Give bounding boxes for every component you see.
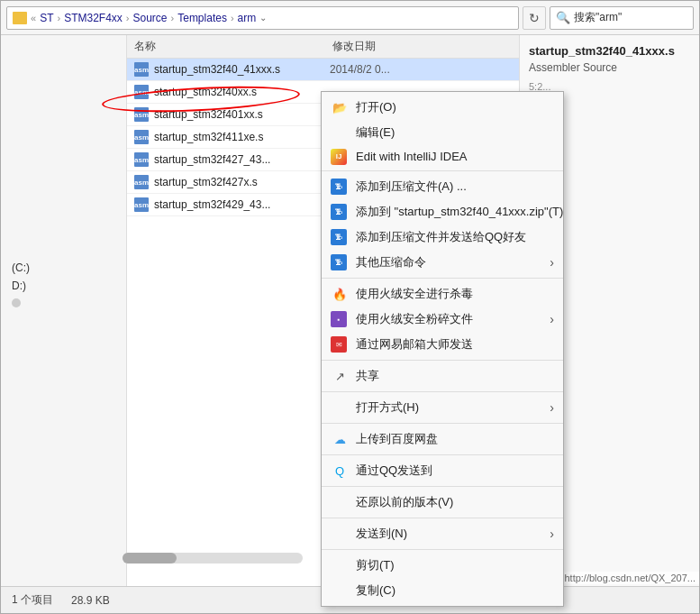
zip-icon-3: 🗜 (331, 254, 347, 270)
ctx-sep-4 (322, 391, 563, 392)
ctx-open[interactable]: 📂 打开(O) (322, 95, 563, 120)
file-name-5: startup_stm32f427x.s (154, 176, 330, 188)
ctx-fire-shred[interactable]: ▪ 使用火绒安全粉碎文件 (322, 307, 563, 332)
refresh-button[interactable]: ↻ (523, 6, 546, 30)
ctx-cut[interactable]: 剪切(T) (322, 553, 563, 578)
cut-icon (331, 556, 349, 574)
ctx-open-with[interactable]: 打开方式(H) (322, 395, 563, 420)
nav-drive-d[interactable]: D:) (1, 277, 126, 295)
breadcrumb-st[interactable]: ST (40, 12, 53, 24)
zip-icon-2: 🗜 (331, 229, 347, 245)
file-icon-6: asm (134, 197, 149, 212)
share-icon: ↗ (331, 367, 349, 385)
ctx-add-zip-send[interactable]: 🗜 添加到压缩文件并发送给QQ好友 (322, 225, 563, 250)
search-bar[interactable]: 🔍 搜索"arm" (550, 6, 694, 30)
ctx-email-send[interactable]: ✉ 通过网易邮箱大师发送 (322, 332, 563, 357)
address-bar: « ST › STM32F4xx › Source › Templates › … (1, 1, 699, 35)
ctx-baidu-cloud[interactable]: ☁ 上传到百度网盘 (322, 426, 563, 452)
file-name-2: startup_stm32f401xx.s (154, 108, 330, 121)
nav-drive-c[interactable]: (C:) (1, 259, 126, 277)
breadcrumb-templates[interactable]: Templates (177, 12, 227, 24)
col-date-header[interactable]: 修改日期 (332, 39, 512, 54)
idea-icon: IJ (331, 149, 347, 165)
file-name-4: startup_stm32f427_43... (154, 153, 330, 166)
table-row[interactable]: asm startup_stm32f40_41xxx.s 2014/8/2 0.… (127, 59, 519, 81)
status-item-count: 1 个项目 (12, 592, 53, 608)
zip-icon-1: 🗜 (331, 204, 347, 220)
detail-type: Assembler Source (529, 61, 690, 74)
file-icon-4: asm (134, 152, 149, 167)
open-with-icon (331, 399, 349, 417)
explorer-window: « ST › STM32F4xx › Source › Templates › … (0, 0, 700, 614)
ctx-add-zip-name[interactable]: 🗜 添加到 "startup_stm32f40_41xxx.zip"(T) (322, 199, 563, 225)
file-icon-0: asm (134, 62, 149, 77)
ctx-more-zip[interactable]: 🗜 其他压缩命令 (322, 250, 563, 275)
file-name-1: startup_stm32f40xx.s (154, 86, 330, 98)
scrollbar[interactable] (123, 553, 303, 564)
file-icon-2: asm (134, 107, 149, 122)
ctx-send-to[interactable]: 发送到(N) (322, 521, 563, 546)
edit-icon (331, 124, 349, 142)
file-name-0: startup_stm32f40_41xxx.s (154, 63, 330, 76)
context-menu: 📂 打开(O) 编辑(E) IJ Edit with IntelliJ IDEA… (321, 91, 564, 607)
shred-icon: ▪ (331, 311, 347, 327)
ctx-sep-8 (322, 518, 563, 518)
status-size: 28.9 KB (71, 594, 110, 607)
ctx-sep-1 (322, 170, 563, 171)
breadcrumb-stm32[interactable]: STM32F4xx (64, 12, 123, 24)
restore-icon (331, 493, 349, 511)
ctx-edit[interactable]: 编辑(E) (322, 120, 563, 145)
ctx-qq-send[interactable]: Q 通过QQ发送到 (322, 458, 563, 483)
ctx-share[interactable]: ↗ 共享 (322, 363, 563, 389)
breadcrumb[interactable]: « ST › STM32F4xx › Source › Templates › … (6, 6, 519, 30)
open-icon: 📂 (331, 98, 349, 116)
ctx-add-zip[interactable]: 🗜 添加到压缩文件(A) ... (322, 174, 563, 199)
scroll-thumb[interactable] (123, 553, 177, 564)
file-name-3: startup_stm32f411xe.s (154, 131, 330, 143)
ctx-edit-idea[interactable]: IJ Edit with IntelliJ IDEA (322, 145, 563, 168)
file-name-6: startup_stm32f429_43... (154, 198, 330, 211)
folder-icon (13, 12, 27, 24)
qq-icon: Q (331, 462, 349, 480)
ctx-restore-version[interactable]: 还原以前的版本(V) (322, 490, 563, 515)
file-icon-3: asm (134, 130, 149, 144)
breadcrumb-source[interactable]: Source (133, 12, 168, 24)
search-icon: 🔍 (556, 11, 570, 24)
cloud-icon: ☁ (331, 430, 349, 448)
file-date-0: 2014/8/2 0... (330, 63, 512, 76)
ctx-sep-7 (322, 486, 563, 487)
copy-icon (331, 582, 349, 600)
zip-icon-0: 🗜 (331, 179, 347, 195)
mail-icon: ✉ (331, 336, 347, 353)
col-name-header[interactable]: 名称 (134, 39, 332, 54)
nav-item-dot (12, 298, 21, 307)
breadcrumb-sep-0: « (31, 13, 36, 23)
ctx-fire-kill[interactable]: 🔥 使用火绒安全进行杀毒 (322, 281, 563, 307)
ctx-sep-9 (322, 549, 563, 550)
detail-filename: startup_stm32f40_41xxx.s (529, 44, 690, 58)
nav-pane: (C:) D:) (1, 35, 127, 586)
ctx-copy[interactable]: 复制(C) (322, 578, 563, 603)
file-icon-1: asm (134, 85, 149, 99)
fire-icon: 🔥 (331, 285, 349, 303)
send-to-icon (331, 525, 349, 543)
breadcrumb-arm[interactable]: arm (238, 12, 257, 24)
ctx-sep-2 (322, 278, 563, 279)
watermark: http://blog.csdn.net/QX_207... (560, 572, 699, 584)
ctx-sep-3 (322, 360, 563, 361)
ctx-sep-6 (322, 454, 563, 455)
search-query: 搜索"arm" (574, 10, 622, 25)
file-list-header: 名称 修改日期 (127, 35, 519, 59)
file-icon-5: asm (134, 175, 149, 189)
ctx-sep-5 (322, 423, 563, 424)
